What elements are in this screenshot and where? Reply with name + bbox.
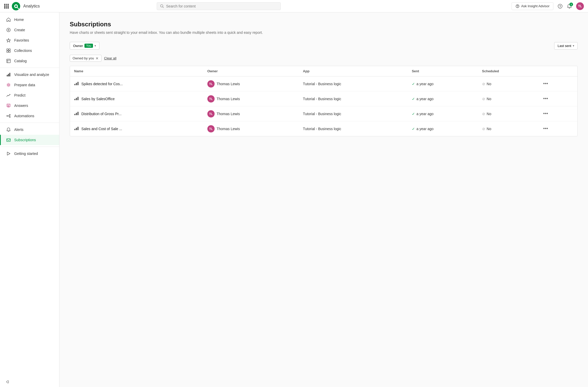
owner-filter-button[interactable]: Owner You ▾ [70, 42, 99, 50]
more-options-button-1[interactable]: ••• [541, 95, 550, 102]
svg-rect-39 [74, 129, 75, 130]
svg-point-23 [8, 84, 9, 86]
sidebar-item-home[interactable]: Home [0, 14, 59, 25]
subscriptions-table: Name Owner App Sent Scheduled Spikes det [70, 66, 577, 136]
sidebar-create-label: Create [14, 28, 25, 32]
help-button[interactable] [558, 4, 563, 9]
user-avatar[interactable]: TL [576, 2, 584, 10]
sidebar-item-prepare[interactable]: Prepare data [0, 80, 59, 90]
sidebar-collapse-button[interactable] [5, 380, 54, 384]
getting-started-icon [6, 151, 11, 156]
cell-name-0: Spikes detected for Cos... [70, 76, 203, 91]
notifications-button[interactable]: 1 [567, 4, 572, 9]
sidebar-answers-label: Answers [14, 104, 28, 108]
owner-name-2: Thomas Lewis [217, 112, 240, 116]
sidebar-item-answers[interactable]: Answers [0, 100, 59, 111]
sidebar-item-create[interactable]: Create [0, 25, 59, 35]
table-body: Spikes detected for Cos... TL Thomas Lew… [70, 76, 577, 136]
sidebar-item-automations[interactable]: Automations [0, 111, 59, 121]
owner-avatar-3: TL [207, 125, 215, 132]
chart-icon-1 [74, 96, 79, 102]
sidebar-item-favorites[interactable]: Favorites [0, 35, 59, 45]
main-layout: Home Create Favorites Collections [0, 12, 588, 387]
sidebar-favorites-label: Favorites [14, 38, 29, 42]
owner-value-badge: You [84, 44, 93, 48]
scheduled-value-2: No [487, 112, 491, 116]
star-icon [6, 38, 11, 43]
sidebar-divider-3 [0, 147, 59, 147]
search-input[interactable] [166, 4, 277, 8]
qlik-logo[interactable] [11, 2, 21, 11]
topnav-right: Ask Insight Advisor 1 TL [512, 2, 584, 10]
sort-button[interactable]: Last sent ▾ [554, 42, 578, 50]
cell-app-1: Tutorial - Business logic [299, 91, 408, 106]
sidebar-divider-2 [0, 123, 59, 123]
scheduled-value-3: No [487, 127, 491, 131]
owner-name-0: Thomas Lewis [217, 82, 240, 86]
sidebar-subscriptions-label: Subscriptions [14, 138, 36, 142]
visualize-icon [6, 72, 11, 77]
scheduled-value-1: No [487, 97, 491, 101]
alerts-icon [6, 127, 11, 132]
sidebar-item-subscriptions[interactable]: Subscriptions [0, 135, 59, 145]
table-row: Sales and Cost of Sale ... TL Thomas Lew… [70, 121, 577, 136]
filter-left: Owner You ▾ [70, 42, 99, 50]
collapse-icon [5, 380, 9, 384]
svg-rect-33 [74, 99, 75, 100]
svg-rect-14 [9, 49, 10, 50]
no-schedule-icon-0: ⊘ [482, 82, 485, 86]
owned-by-you-chip: Owned by you ✕ [70, 55, 101, 62]
svg-rect-21 [8, 74, 9, 76]
sent-time-0: a year ago [417, 82, 434, 86]
chevron-down-icon: ▾ [95, 44, 96, 48]
sidebar-item-alerts[interactable]: Alerts [0, 124, 59, 135]
owner-avatar-0: TL [207, 80, 215, 88]
owner-avatar-2: TL [207, 110, 215, 117]
more-options-button-3[interactable]: ••• [541, 125, 550, 132]
sidebar-visualize-label: Visualize and analyze [14, 73, 49, 77]
svg-rect-37 [76, 113, 77, 115]
sidebar-item-collections[interactable]: Collections [0, 45, 59, 56]
cell-owner-2: TL Thomas Lewis [203, 106, 299, 121]
sidebar-alerts-label: Alerts [14, 128, 23, 132]
svg-line-5 [163, 7, 163, 7]
cell-scheduled-1: ⊘ No [478, 91, 537, 106]
svg-rect-34 [76, 98, 77, 100]
subscription-name-0[interactable]: Spikes detected for Cos... [81, 82, 123, 86]
sidebar-item-catalog[interactable]: Catalog [0, 56, 59, 66]
owner-name-3: Thomas Lewis [217, 127, 240, 131]
sidebar-item-getting-started[interactable]: Getting started [0, 148, 59, 159]
insight-advisor-button[interactable]: Ask Insight Advisor [512, 2, 553, 10]
sidebar-automations-label: Automations [14, 114, 34, 118]
subscription-name-1[interactable]: Sales by SalesOffice [81, 97, 115, 101]
sidebar-home-label: Home [14, 18, 24, 22]
search-bar[interactable] [157, 2, 281, 10]
no-schedule-icon-1: ⊘ [482, 97, 485, 101]
sent-check-icon-1: ✓ [412, 97, 415, 101]
clear-all-button[interactable]: Clear all [104, 56, 116, 60]
svg-rect-35 [77, 97, 79, 100]
sent-time-3: a year ago [417, 127, 434, 131]
cell-app-2: Tutorial - Business logic [299, 106, 408, 121]
subscription-name-3[interactable]: Sales and Cost of Sale ... [81, 127, 122, 131]
subscription-name-2[interactable]: Distribution of Gross Pr... [81, 112, 122, 116]
svg-point-2 [15, 5, 17, 7]
svg-rect-15 [7, 51, 8, 52]
cell-more-1: ••• [537, 91, 577, 106]
automations-icon [6, 113, 11, 119]
remove-filter-icon[interactable]: ✕ [96, 57, 99, 60]
sidebar-item-predict[interactable]: Predict [0, 90, 59, 100]
sent-time-1: a year ago [417, 97, 434, 101]
page-title: Subscriptions [70, 21, 578, 28]
owner-avatar-1: TL [207, 95, 215, 102]
svg-rect-40 [76, 128, 77, 130]
collections-icon [6, 48, 11, 53]
app-name-1: Tutorial - Business logic [303, 97, 341, 101]
grid-menu-icon[interactable] [4, 4, 9, 9]
sidebar-item-visualize[interactable]: Visualize and analyze [0, 69, 59, 80]
home-icon [6, 17, 11, 22]
cell-sent-1: ✓ a year ago [408, 91, 478, 106]
more-options-button-0[interactable]: ••• [541, 80, 550, 88]
sidebar-bottom [0, 377, 59, 387]
more-options-button-2[interactable]: ••• [541, 110, 550, 117]
